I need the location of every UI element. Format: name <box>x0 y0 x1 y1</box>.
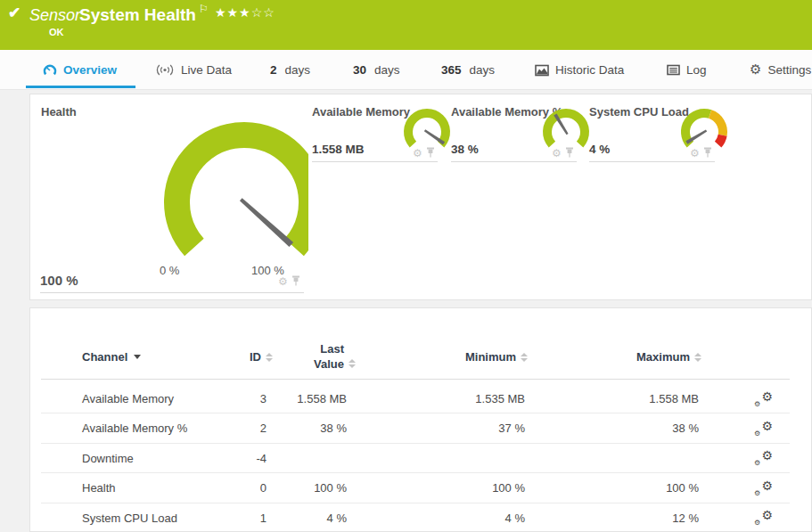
gauge-settings-gear-icon[interactable]: ⚙ <box>552 148 562 159</box>
tab-label: Live Data <box>181 63 232 77</box>
tab-historic-data[interactable]: Historic Data <box>535 50 624 90</box>
gauge-separator <box>312 161 438 162</box>
table-row: System CPU Load14 %4 %12 %⚙⚙ <box>41 503 790 532</box>
area-chart-icon <box>535 64 549 77</box>
health-gauge-min-tick: 0 % <box>160 264 179 277</box>
page-title: System Health <box>79 5 196 25</box>
maximum-value <box>587 444 699 473</box>
gauge-value: 1.558 MB <box>312 143 365 156</box>
column-header-label: Minimum <box>465 350 516 364</box>
table-row: Available Memory %238 %37 %38 %⚙⚙ <box>41 413 790 443</box>
prtg-sensor-page: ✔ Sensor System Health ⚐ ★★★☆☆ OK Overvi… <box>0 0 812 532</box>
maximum-value: 12 % <box>587 503 699 532</box>
sort-icon <box>521 353 528 362</box>
column-header-label: Last <box>320 342 344 356</box>
column-header-maximum[interactable]: Maximum <box>587 342 701 372</box>
last-value: 38 % <box>253 413 347 443</box>
column-header-channel[interactable]: Channel <box>82 342 141 372</box>
live-data-icon <box>155 63 175 77</box>
active-tab-indicator <box>26 86 135 88</box>
column-header-label: Maximum <box>636 350 690 364</box>
gauge-value: 4 % <box>589 143 610 156</box>
last-value <box>253 444 347 473</box>
tab-overview[interactable]: Overview <box>43 50 117 90</box>
priority-stars[interactable]: ★★★☆☆ <box>215 5 275 20</box>
maximum-value: 100 % <box>587 473 699 503</box>
tab-number: 2 <box>270 63 277 77</box>
available-memory-pct-gauge-block: Available Memory % 38 % ⚙ <box>451 94 577 301</box>
gauge-separator <box>451 161 577 162</box>
maximum-value: 38 % <box>587 413 699 443</box>
table-header-separator <box>41 379 790 380</box>
tab-label: days <box>470 63 496 77</box>
tab-number: 365 <box>441 63 462 77</box>
minimum-value <box>414 444 525 473</box>
tab-2-days[interactable]: 2 days <box>270 50 310 90</box>
table-row: Available Memory31.558 MB1.535 MB1.558 M… <box>41 384 790 413</box>
maximum-value: 1.558 MB <box>587 384 699 413</box>
column-header-last-value[interactable]: LastValue <box>253 342 356 372</box>
available-memory-gauge-block: Available Memory 1.558 MB ⚙ <box>312 94 438 301</box>
channels-panel: Channel ID LastValue Minimum Maximum Ava… <box>29 307 812 532</box>
last-value: 100 % <box>253 473 347 503</box>
tab-label: Historic Data <box>555 63 624 77</box>
log-icon <box>667 64 680 76</box>
tab-label: Log <box>686 63 707 77</box>
table-row: Health0100 %100 %100 %⚙⚙ <box>41 473 790 503</box>
minimum-value: 4 % <box>414 503 525 532</box>
tab-bar: Overview Live Data 2 days 30 days 365 da… <box>0 50 812 90</box>
column-header-label: Value <box>314 357 344 371</box>
channel-settings-gears-icon[interactable]: ⚙⚙ <box>754 413 777 443</box>
channel-settings-gears-icon[interactable]: ⚙⚙ <box>754 384 777 413</box>
tab-log[interactable]: Log <box>667 50 707 90</box>
tab-live-data[interactable]: Live Data <box>155 50 232 90</box>
tab-label: days <box>285 63 311 77</box>
column-header-minimum[interactable]: Minimum <box>414 342 528 372</box>
minimum-value: 1.535 MB <box>414 384 525 413</box>
sort-icon <box>349 359 356 368</box>
tab-365-days[interactable]: 365 days <box>441 50 495 90</box>
minimum-value: 37 % <box>414 413 525 443</box>
status-badge: OK <box>49 27 64 37</box>
health-gauge-label: Health <box>41 105 77 119</box>
gauge-separator <box>40 292 304 293</box>
pin-icon[interactable] <box>565 145 574 161</box>
gauge-value: 38 % <box>451 143 479 156</box>
tab-30-days[interactable]: 30 days <box>353 50 400 90</box>
tab-label: days <box>374 63 400 77</box>
tab-settings[interactable]: ⚙ Settings <box>750 50 811 90</box>
ok-check-icon: ✔ <box>8 4 21 22</box>
tab-label: Settings <box>767 63 811 77</box>
sensor-kind-label: Sensor <box>29 6 80 25</box>
flag-icon[interactable]: ⚐ <box>199 3 209 15</box>
system-cpu-load-gauge-block: System CPU Load 4 % ⚙ <box>589 94 715 301</box>
minimum-value: 100 % <box>414 473 525 503</box>
gear-icon: ⚙ <box>750 63 761 77</box>
gauge-icon <box>43 63 57 78</box>
last-value: 4 % <box>253 503 347 532</box>
pin-icon[interactable] <box>291 274 300 290</box>
sort-desc-icon <box>134 355 141 359</box>
tab-number: 30 <box>353 63 366 77</box>
gauge-settings-gear-icon[interactable]: ⚙ <box>413 148 422 159</box>
column-header-label: Channel <box>82 350 127 364</box>
channel-rows: Available Memory31.558 MB1.535 MB1.558 M… <box>30 384 812 532</box>
gauge-label: Available Memory <box>312 105 410 119</box>
table-row: Downtime-4⚙⚙ <box>41 444 790 473</box>
gauge-separator <box>589 161 715 162</box>
sensor-header: ✔ Sensor System Health ⚐ ★★★☆☆ OK <box>0 0 812 50</box>
pin-icon[interactable] <box>426 145 435 161</box>
channel-settings-gears-icon[interactable]: ⚙⚙ <box>754 473 777 503</box>
channel-settings-gears-icon[interactable]: ⚙⚙ <box>754 444 777 473</box>
sort-icon <box>694 353 701 362</box>
gauge-settings-gear-icon[interactable]: ⚙ <box>690 148 700 159</box>
channel-settings-gears-icon[interactable]: ⚙⚙ <box>754 503 777 532</box>
health-gauge-value: 100 % <box>40 273 78 288</box>
tab-label: Overview <box>63 63 117 77</box>
health-gauge <box>126 108 308 273</box>
gauge-label: System CPU Load <box>589 105 689 119</box>
gauge-settings-gear-icon[interactable]: ⚙ <box>278 276 288 287</box>
last-value: 1.558 MB <box>253 384 347 413</box>
gauges-panel: Health 0 % 100 % 100 % ⚙ Available Memor… <box>29 94 812 300</box>
pin-icon[interactable] <box>703 145 712 161</box>
